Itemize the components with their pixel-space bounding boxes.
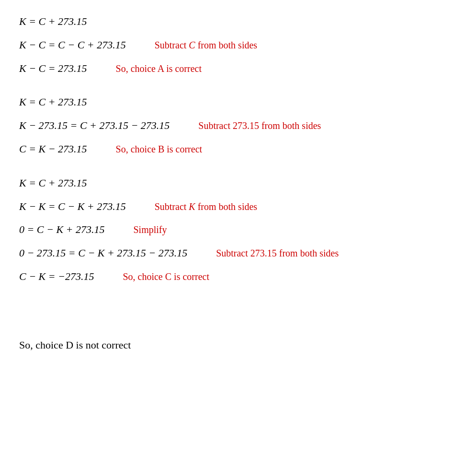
line-b1: K = C + 273.15 — [19, 95, 457, 110]
annotation-subtract-c: Subtract C from both sides — [155, 38, 257, 52]
math-expr-b1: K = C + 273.15 — [19, 95, 87, 110]
section-c: K = C + 273.15 K − K = C − K + 273.15 Su… — [19, 176, 457, 284]
footer-note: So, choice D is not correct — [19, 338, 457, 353]
line-c1: K = C + 273.15 — [19, 176, 457, 191]
math-expr-a2: K − C = C − C + 273.15 — [19, 38, 126, 53]
math-expr-a1: K = C + 273.15 — [19, 14, 87, 29]
line-c5: C − K = −273.15 So, choice C is correct — [19, 269, 457, 284]
line-a1: K = C + 273.15 — [19, 14, 457, 29]
math-expr-c4: 0 − 273.15 = C − K + 273.15 − 273.15 — [19, 246, 187, 261]
section-a: K = C + 273.15 K − C = C − C + 273.15 Su… — [19, 14, 457, 76]
annotation-subtract-k: Subtract K from both sides — [155, 200, 257, 213]
line-a3: K − C = 273.15 So, choice A is correct — [19, 61, 457, 76]
line-b2: K − 273.15 = C + 273.15 − 273.15 Subtrac… — [19, 118, 457, 133]
line-a2: K − C = C − C + 273.15 Subtract C from b… — [19, 38, 457, 53]
math-expr-c1: K = C + 273.15 — [19, 176, 87, 191]
math-expr-c2: K − K = C − K + 273.15 — [19, 199, 126, 214]
math-expr-b3: C = K − 273.15 — [19, 142, 87, 157]
line-b3: C = K − 273.15 So, choice B is correct — [19, 142, 457, 157]
annotation-subtract-273-c: Subtract 273.15 from both sides — [216, 246, 339, 260]
math-expr-c3: 0 = C − K + 273.15 — [19, 222, 104, 237]
annotation-choice-b: So, choice B is correct — [116, 142, 203, 156]
math-expr-a3: K − C = 273.15 — [19, 61, 87, 76]
math-expr-b2: K − 273.15 = C + 273.15 − 273.15 — [19, 118, 170, 133]
footer-text: So, choice D is not correct — [19, 339, 131, 351]
annotation-simplify: Simplify — [133, 223, 167, 236]
section-b: K = C + 273.15 K − 273.15 = C + 273.15 −… — [19, 95, 457, 156]
line-c2: K − K = C − K + 273.15 Subtract K from b… — [19, 199, 457, 214]
annotation-choice-a: So, choice A is correct — [116, 62, 202, 75]
annotation-subtract-273-b: Subtract 273.15 from both sides — [198, 119, 321, 132]
line-c4: 0 − 273.15 = C − K + 273.15 − 273.15 Sub… — [19, 246, 457, 261]
annotation-choice-c: So, choice C is correct — [123, 270, 209, 283]
math-expr-c5: C − K = −273.15 — [19, 269, 94, 284]
line-c3: 0 = C − K + 273.15 Simplify — [19, 222, 457, 237]
